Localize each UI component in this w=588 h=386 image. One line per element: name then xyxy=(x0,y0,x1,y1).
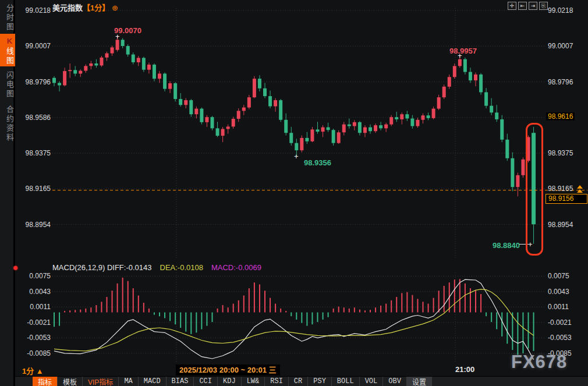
indicator-tab-CR[interactable]: CR xyxy=(289,377,308,386)
pan-icon[interactable]: ✛ xyxy=(508,2,516,10)
period-selector[interactable]: 1分 ▲ xyxy=(22,365,44,376)
sidebar-item-2[interactable]: 闪电图 xyxy=(0,68,15,100)
macd-axis-label: -0.0085 xyxy=(17,349,51,357)
scale-left-icon[interactable]: ⇤ xyxy=(518,2,527,10)
indicator-tab-BOLL[interactable]: BOLL xyxy=(332,377,360,386)
chart-type-sidebar: 分时图K线图闪电图合约资料 xyxy=(0,0,15,386)
macd-axis-label: 0.0043 xyxy=(548,288,569,296)
scale-right-icon[interactable]: ⇥ xyxy=(529,2,537,10)
export-icon[interactable]: ⎘ xyxy=(539,2,548,10)
indicator-tab-设置[interactable]: 设置 xyxy=(407,377,432,386)
macd-axis-label: 0.0011 xyxy=(548,303,569,311)
macd-axis-label: 0.0075 xyxy=(17,272,51,280)
price-axis-label: 98.9796 xyxy=(548,78,573,86)
tabbar-spacer xyxy=(15,377,33,386)
swing-high-annotation: 98.9957 xyxy=(449,47,477,55)
indicator-tab-KDJ[interactable]: KDJ xyxy=(218,377,242,386)
period-tag: 【1分】 xyxy=(83,3,109,12)
scroll-to-price-icon[interactable] xyxy=(577,185,583,193)
price-axis-label: 98.8954 xyxy=(548,221,573,229)
marked-price-label: 98.9616 xyxy=(546,112,575,121)
sidebar-item-1[interactable]: K线图 xyxy=(0,34,15,66)
price-axis-label: 99.0007 xyxy=(548,42,573,50)
indicator-tab-模板[interactable]: 模板 xyxy=(58,377,83,386)
sidebar-item-3[interactable]: 合约资料 xyxy=(0,101,15,144)
indicator-tab-BIAS[interactable]: BIAS xyxy=(167,377,194,386)
macd-dea-value: DEA:-0.0108 xyxy=(160,263,203,272)
macd-axis-label: 0.0011 xyxy=(17,303,51,311)
high-marker-icon: + xyxy=(115,34,120,40)
macd-macd-value: MACD:-0.0069 xyxy=(211,263,261,272)
time-axis-tick: 21:00 xyxy=(455,365,474,374)
price-axis-label: 99.0218 xyxy=(17,6,51,15)
indicator-tab-CCI[interactable]: CCI xyxy=(194,377,218,386)
chart-toolbar: ✛⇤⇥⎘ xyxy=(508,2,548,10)
indicator-alert-icon[interactable]: ✹ xyxy=(12,264,19,272)
symbol-name: 美元指数 xyxy=(52,3,83,12)
indicator-tab-LW&[interactable]: LW& xyxy=(242,377,265,386)
price-axis-label: 98.9165 xyxy=(17,185,51,193)
price-axis-label: 98.9165 xyxy=(548,185,573,193)
macd-axis-label: -0.0021 xyxy=(17,318,51,327)
macd-axis-label: -0.0053 xyxy=(17,334,51,342)
add-compare-icon[interactable]: ⊕ xyxy=(112,3,118,12)
indicator-tab-指标[interactable]: 指标 xyxy=(33,377,58,386)
chart-title: 美元指数【1分】 ⊕ xyxy=(52,2,118,13)
swing-low-marker-icon: + xyxy=(294,154,299,160)
macd-axis-label: -0.0021 xyxy=(548,318,572,327)
low-price-annotation: 98.8840 xyxy=(493,241,520,250)
macd-axis-label: 0.0075 xyxy=(548,272,569,280)
price-axis-label: 98.8954 xyxy=(17,221,51,229)
indicator-tab-PSY[interactable]: PSY xyxy=(308,377,332,386)
macd-axis-label: -0.0085 xyxy=(548,349,572,357)
indicator-tab-MACD[interactable]: MACD xyxy=(139,377,167,386)
swing-high-marker-icon: + xyxy=(458,53,462,59)
price-axis-label: 99.0218 xyxy=(548,6,573,15)
indicator-tabbar: 指标模板VIP指标MAMACDBIASCCIKDJLW&RSICRPSYBOLL… xyxy=(15,376,588,386)
price-axis-label: 99.0007 xyxy=(17,42,51,50)
main-chart-canvas[interactable] xyxy=(0,0,588,386)
macd-header: MACD(26,12,9) DIFF:-0.0143DEA:-0.0108MAC… xyxy=(52,263,261,272)
indicator-tab-OBV[interactable]: OBV xyxy=(383,377,407,386)
crosshair-date-tooltip: 2025/12/03 20:00 ~ 20:01 三 xyxy=(176,364,280,376)
macd-diff-value: MACD(26,12,9) DIFF:-0.0143 xyxy=(52,263,152,272)
price-axis-label: 98.9375 xyxy=(548,149,573,157)
last-candle-highlight-rect xyxy=(526,123,543,256)
sidebar-item-0[interactable]: 分时图 xyxy=(0,1,15,33)
current-price-box: 98.9156 xyxy=(546,194,587,204)
price-axis-label: 98.9375 xyxy=(17,149,51,157)
price-axis-label: 98.9586 xyxy=(17,114,51,122)
price-axis-label: 98.9796 xyxy=(17,78,51,86)
indicator-tab-MA[interactable]: MA xyxy=(119,377,138,386)
macd-axis-label: 0.0043 xyxy=(17,288,51,296)
indicator-tab-VIP指标[interactable]: VIP指标 xyxy=(83,377,119,386)
indicator-tab-VOL[interactable]: VOL xyxy=(360,377,384,386)
macd-axis-label: -0.0053 xyxy=(548,334,572,342)
swing-low-annotation: 98.9356 xyxy=(304,158,331,167)
trading-app-window: 分时图K线图闪电图合约资料 美元指数【1分】 ⊕ ✛⇤⇥⎘ 99.0070 + … xyxy=(0,0,588,386)
indicator-tab-RSI[interactable]: RSI xyxy=(265,377,289,386)
